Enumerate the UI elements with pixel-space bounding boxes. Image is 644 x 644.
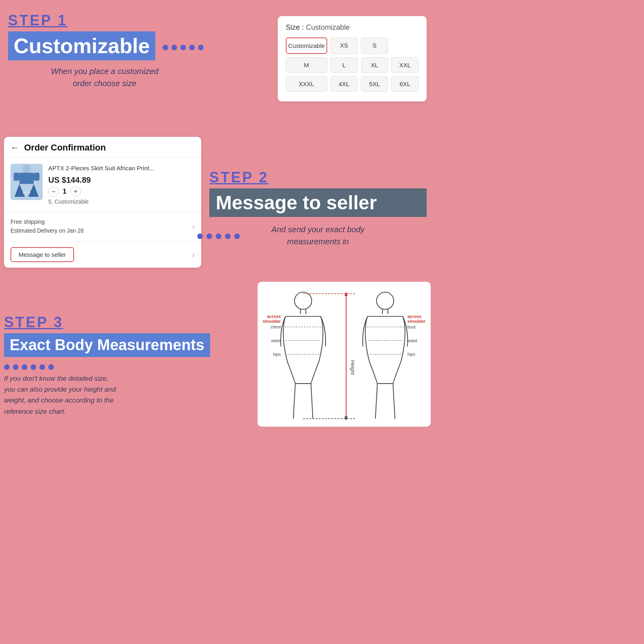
product-variant: 5, Customizable [48,198,195,205]
step1-title: Customizable [8,31,155,60]
svg-text:hips: hips [273,352,281,357]
step3-dots [4,364,54,370]
size-4xl[interactable]: 4XL [330,76,358,92]
svg-text:hips: hips [407,352,415,357]
size-customizable[interactable]: Customizable [286,37,327,54]
size-m[interactable]: M [286,57,327,73]
svg-text:shoulder: shoulder [263,319,281,324]
svg-line-26 [376,384,378,419]
svg-rect-1 [19,173,34,184]
product-name: APTX 2-Pieces Skirt Suit African Print..… [48,164,195,172]
s3-dot-1 [4,364,10,370]
size-s[interactable]: S [361,37,388,54]
selected-size-text: Customizable [306,23,350,31]
s3-dot-6 [48,364,54,370]
step1-label: STEP 1 [8,12,201,29]
s3-dot-5 [39,364,45,370]
step2-section: STEP 2 Message to seller And send your e… [209,169,427,248]
size-label: Size : Customizable [286,23,419,32]
dot-1 [163,45,168,50]
order-shipping[interactable]: Free shipping Estimated Delivery on Jan … [4,212,201,242]
order-card: ← Order Confirmation APTX APTX 2-Pieces … [4,137,201,268]
shipping-free: Free shipping [10,217,84,226]
svg-text:across: across [267,314,281,319]
svg-text:bust: bust [407,324,415,329]
shipping-delivery: Estimated Delivery on Jan 28 [10,226,84,235]
product-price: US $144.89 [48,175,195,185]
step2-subtitle: And send your exact body measurements in [209,223,427,248]
body-diagram: across shoulder chest waist hips across … [258,282,431,427]
step3-label: STEP 3 [4,314,221,331]
svg-marker-3 [28,184,39,197]
step3-subtitle: If you don't know the detailed size, you… [4,373,221,417]
step3-title: Exact Body Measurements [4,333,210,357]
shipping-chevron-icon: › [192,222,195,231]
message-to-seller-button[interactable]: Message to seller [10,247,74,262]
dot-5 [198,45,204,50]
svg-text:waist: waist [407,338,417,343]
conn-dot-1 [197,233,203,239]
svg-text:chest: chest [270,324,281,329]
product-image: APTX [10,164,43,200]
svg-text:Height: Height [350,360,355,375]
size-xl[interactable]: XL [361,57,388,73]
step1-section: STEP 1 Customizable When you place a cus… [8,12,201,89]
size-widget: Size : Customizable Customizable XS S M … [278,16,427,101]
shipping-info: Free shipping Estimated Delivery on Jan … [10,217,84,235]
size-l[interactable]: L [330,57,358,73]
s3-dot-4 [31,364,36,370]
dot-4 [189,45,195,50]
svg-line-12 [311,384,313,419]
size-xxxl[interactable]: XXXL [286,76,327,92]
svg-text:waist: waist [270,338,281,343]
qty-increase[interactable]: + [70,186,81,197]
dot-3 [180,45,186,50]
order-body: APTX APTX 2-Pieces Skirt Suit African Pr… [4,157,201,212]
svg-point-0 [23,165,31,173]
dot-2 [171,45,177,50]
product-info: APTX 2-Pieces Skirt Suit African Print..… [48,164,195,205]
svg-marker-2 [14,184,25,197]
step1-subtitle: When you place a customized order choose… [8,65,201,89]
size-xs[interactable]: XS [330,37,358,54]
order-title: Order Confirmation [24,142,106,153]
size-5xl[interactable]: 5XL [361,76,388,92]
qty-row: − 1 + [48,186,195,197]
size-grid: Customizable XS S M L XL XXL XXXL 4XL 5X… [286,37,419,92]
step2-label: STEP 2 [209,169,427,186]
back-arrow-icon[interactable]: ← [10,142,19,153]
svg-point-7 [295,292,312,310]
svg-rect-4 [14,173,19,181]
qty-value: 1 [63,188,66,195]
size-6xl[interactable]: 6XL [391,76,419,92]
order-header: ← Order Confirmation [4,137,201,157]
step3-section: STEP 3 Exact Body Measurements If you do… [4,314,221,417]
size-xxl[interactable]: XXL [391,57,419,73]
order-message-row: Message to seller › [4,242,201,268]
step2-title: Message to seller [209,188,427,217]
svg-line-27 [393,384,395,419]
message-chevron-icon: › [192,250,195,259]
svg-text:across: across [407,314,421,319]
qty-decrease[interactable]: − [48,186,59,197]
svg-text:shoulder: shoulder [407,319,425,324]
body-measurements-svg: across shoulder chest waist hips across … [262,290,427,423]
svg-line-11 [293,384,295,419]
s3-dot-3 [22,364,27,370]
s3-dot-2 [13,364,19,370]
svg-point-22 [377,292,394,310]
svg-rect-5 [34,173,39,181]
svg-text:APTX: APTX [23,191,31,194]
